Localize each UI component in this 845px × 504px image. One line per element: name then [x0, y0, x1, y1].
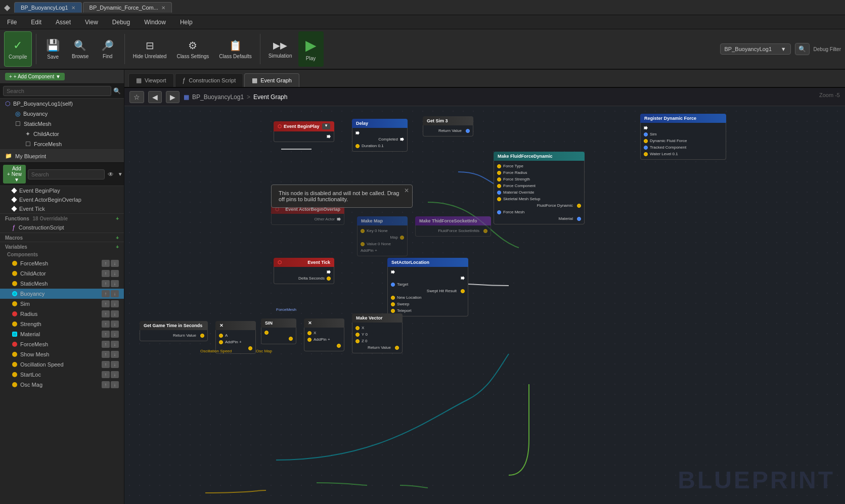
var-arrow-down-startloc[interactable]: ↓ — [111, 371, 119, 378]
debug-search-button[interactable]: 🔍 — [795, 43, 810, 55]
var-sim[interactable]: Sim ↑ ↓ — [0, 299, 124, 309]
component-forcemesh[interactable]: ☐ ForceMesh — [0, 139, 124, 149]
menu-view[interactable]: View — [82, 18, 101, 27]
menu-window[interactable]: Window — [141, 18, 169, 27]
forward-button[interactable]: ▶ — [166, 91, 180, 103]
var-arrow-up-childactor[interactable]: ↑ — [102, 270, 110, 277]
var-arrow-up-mapfluid[interactable]: ↑ — [102, 341, 110, 348]
var-arrow-down-childactor[interactable]: ↓ — [111, 270, 119, 277]
var-map-to-whole-fluid[interactable]: ForceMesh ↑ ↓ — [0, 339, 124, 349]
back-button[interactable]: ◀ — [148, 91, 162, 103]
var-buoyancy[interactable]: Buoyancy ↑ ↓ — [0, 289, 124, 299]
var-arrow-down-radius[interactable]: ↓ — [111, 310, 119, 317]
class-settings-button[interactable]: ⚙ Class Settings — [172, 31, 213, 67]
var-oscillation-speed[interactable]: Oscillation Speed ↑ ↓ — [0, 359, 124, 370]
tab-bp-dynamic[interactable]: BP_Dynamic_Force_Com... ✕ — [83, 2, 172, 13]
add-component-button[interactable]: + + Add Component ▼ — [5, 73, 65, 80]
node-make-fluid[interactable]: Make FluidForceDynamic Force Type Force … — [494, 152, 585, 224]
bp-construction-script[interactable]: ƒ ConstructionScript — [0, 222, 124, 233]
menu-help[interactable]: Help — [177, 18, 196, 27]
var-arrow-down-mapfluid[interactable]: ↓ — [111, 341, 119, 348]
component-childactor[interactable]: ✦ ChildActor — [0, 129, 124, 139]
var-startloc[interactable]: StartLoc ↑ ↓ — [0, 370, 124, 380]
node-register-dynamic[interactable]: Register Dynamic Force Sim Dynamic Fluid… — [640, 114, 726, 160]
var-arrow-up-radius[interactable]: ↑ — [102, 310, 110, 317]
node-event-actoroverlap[interactable]: ⬡Event ActorBeginOverlap Other Actor — [271, 205, 344, 225]
bp-event-beginplay[interactable]: Event BeginPlay — [0, 186, 124, 195]
node-make-vector[interactable]: Make Vector X Y 0 Z 0 Retur — [352, 313, 403, 353]
var-staticmesh[interactable]: StaticMesh ↑ ↓ — [0, 279, 124, 289]
menu-debug[interactable]: Debug — [109, 18, 133, 27]
var-strength[interactable]: Strength ↑ ↓ — [0, 319, 124, 329]
var-osc-mag[interactable]: Osc Mag ↑ ↓ — [0, 380, 124, 390]
find-button[interactable]: 🔎 Find — [95, 31, 120, 67]
menu-asset[interactable]: Asset — [53, 18, 74, 27]
class-defaults-button[interactable]: 📋 Class Defaults — [215, 31, 255, 67]
components-subcategory[interactable]: Components — [0, 251, 124, 258]
node-make-socketinfo[interactable]: Make ThidForceSocketInfo FluidForce Sock… — [415, 216, 491, 237]
var-material[interactable]: Material ↑ ↓ — [0, 329, 124, 339]
compile-button[interactable]: ✓ Compile — [4, 31, 32, 67]
var-arrow-down-staticmesh[interactable]: ↓ — [111, 280, 119, 287]
var-arrow-down-buoyancy[interactable]: ↓ — [111, 290, 119, 297]
var-arrow-down-sim[interactable]: ↓ — [111, 300, 119, 307]
node-delay[interactable]: Delay Completed Duration 0.1 — [352, 119, 408, 152]
browse-button[interactable]: 🔍 Browse — [68, 31, 93, 67]
tab-viewport[interactable]: ▦ Viewport — [128, 73, 174, 87]
bookmark-button[interactable]: ☆ — [129, 91, 144, 103]
graph-area[interactable]: ☆ ◀ ▶ ▦ BP_BuoyancyLog1 > Event Graph Zo… — [124, 88, 845, 504]
tab-bp-buoyancy[interactable]: BP_BuoyancyLog1 ✕ — [14, 2, 82, 13]
save-button[interactable]: 💾 Save — [40, 31, 66, 67]
var-arrow-down-showmesh[interactable]: ↓ — [111, 351, 119, 358]
add-variable-button[interactable]: + — [116, 244, 119, 250]
add-new-button[interactable]: + Add New ▼ — [3, 165, 26, 184]
play-button[interactable]: ▶ Play — [298, 31, 324, 67]
node-event-tick[interactable]: ⬡Event Tick Delta Seconds — [274, 258, 334, 284]
component-buoyancy[interactable]: ◎ Buoyancy — [0, 109, 124, 119]
var-arrow-up-buoyancy[interactable]: ↑ — [102, 290, 110, 297]
menu-file[interactable]: File — [4, 18, 20, 27]
hide-unrelated-button[interactable]: ⊟ Hide Unrelated — [129, 31, 171, 67]
menu-edit[interactable]: Edit — [28, 18, 45, 27]
debug-dropdown[interactable]: BP_BuoyancyLog1 ▼ — [720, 43, 791, 55]
var-arrow-up-staticmesh[interactable]: ↑ — [102, 280, 110, 287]
bp-event-tick[interactable]: Event Tick — [0, 204, 124, 213]
var-arrow-down-forcemesh[interactable]: ↓ — [111, 260, 119, 267]
var-arrow-down-oscspeed[interactable]: ↓ — [111, 361, 119, 368]
node-set-actor-location[interactable]: SetActorLocation Target Swept Hit Result — [387, 258, 468, 316]
var-arrow-up-startloc[interactable]: ↑ — [102, 371, 110, 378]
node-multiply-2[interactable]: ✕ X AddPin + — [304, 318, 344, 351]
simulation-button[interactable]: ▶▶ Simulation — [264, 31, 296, 67]
component-bp-self[interactable]: ⬡ BP_BuoyancyLog1(self) — [0, 99, 124, 109]
add-function-button[interactable]: + — [116, 216, 119, 221]
var-childactor[interactable]: ChildActor ↑ ↓ — [0, 268, 124, 279]
var-forcemesh[interactable]: ForceMesh ↑ ↓ — [0, 258, 124, 268]
component-staticmesh[interactable]: ☐ StaticMesh — [0, 119, 124, 129]
var-arrow-down-strength[interactable]: ↓ — [111, 320, 119, 328]
node-get-sim[interactable]: Get Sim 3 Return Value — [423, 116, 473, 136]
tab-construction-script[interactable]: ƒ Construction Script — [175, 73, 244, 87]
var-arrow-up-forcemesh[interactable]: ↑ — [102, 260, 110, 267]
node-make-map[interactable]: Make Map Key 0 None Map Value 0 None — [357, 216, 408, 256]
graph-canvas[interactable]: ⬡Event BeginPlay ▼ Delay — [124, 106, 845, 504]
node-event-beginplay[interactable]: ⬡Event BeginPlay ▼ — [274, 121, 334, 142]
node-sin[interactable]: SIN — [261, 318, 296, 344]
var-arrow-down-oscmag[interactable]: ↓ — [111, 381, 119, 388]
var-arrow-up-material[interactable]: ↑ — [102, 331, 110, 338]
var-arrow-up-oscspeed[interactable]: ↑ — [102, 361, 110, 368]
node-collapse-beginplay[interactable]: ▼ — [322, 123, 330, 129]
add-macro-button[interactable]: + — [116, 235, 119, 241]
tab-close-0[interactable]: ✕ — [71, 5, 75, 11]
tab-event-graph[interactable]: ▦ Event Graph — [244, 73, 299, 87]
component-search-input[interactable] — [3, 86, 111, 96]
bp-event-actoroverlap[interactable]: Event ActorBeginOverlap — [0, 195, 124, 204]
blueprint-search-input[interactable] — [28, 169, 105, 179]
var-arrow-down-material[interactable]: ↓ — [111, 331, 119, 338]
var-arrow-up-strength[interactable]: ↑ — [102, 320, 110, 328]
var-radius[interactable]: Radius ↑ ↓ — [0, 309, 124, 319]
var-arrow-up-oscmag[interactable]: ↑ — [102, 381, 110, 388]
var-arrow-up-sim[interactable]: ↑ — [102, 300, 110, 307]
visibility-toggle[interactable]: 👁 — [107, 170, 115, 179]
filter-button[interactable]: ▼ — [117, 170, 124, 178]
var-arrow-up-showmesh[interactable]: ↑ — [102, 351, 110, 358]
